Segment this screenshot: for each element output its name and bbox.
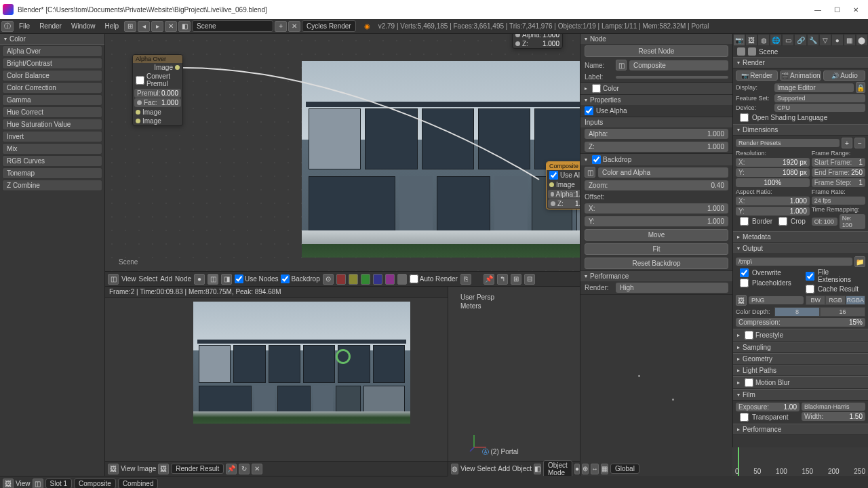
- tab-data[interactable]: ▽: [819, 34, 831, 46]
- menu-window[interactable]: Window: [67, 21, 100, 31]
- slot-selector[interactable]: Slot 1: [45, 479, 73, 488]
- offset-y-field[interactable]: Y:1.000: [585, 216, 728, 226]
- timeline-area[interactable]: 050100150200250: [732, 447, 868, 476]
- scene-del-icon[interactable]: ✕: [288, 21, 300, 32]
- np-node-header[interactable]: ▾Node: [580, 34, 732, 44]
- render-quality-field[interactable]: High: [616, 283, 728, 293]
- node-name-field[interactable]: Composite: [629, 60, 728, 70]
- 3d-viewport[interactable]: User Persp Meters Ⓐ (2) Portal ◍ View Se…: [448, 287, 580, 476]
- reset-node-button[interactable]: Reset Node: [585, 45, 728, 57]
- toolshelf-color-header[interactable]: ▾Color: [0, 34, 104, 45]
- auto-render-toggle[interactable]: Auto Render: [410, 274, 458, 283]
- scene-browse-icon[interactable]: ◧: [178, 21, 191, 32]
- output-path-field[interactable]: /tmp\: [736, 258, 852, 266]
- device-select[interactable]: CPU: [774, 104, 865, 112]
- mode-icon[interactable]: ◧: [534, 464, 541, 474]
- menu-render[interactable]: Render: [35, 21, 66, 31]
- orientation-selector[interactable]: Global: [610, 464, 639, 474]
- dimensions-section[interactable]: ▾Dimensions: [733, 124, 868, 136]
- bd-channel-icon[interactable]: ◫: [585, 167, 595, 178]
- render-section[interactable]: ▾Render: [733, 57, 868, 68]
- render-engine-selector[interactable]: Cycles Render: [302, 20, 356, 32]
- np-performance-header[interactable]: ▾Performance: [580, 271, 732, 281]
- use-nodes-toggle[interactable]: Use Nodes: [235, 274, 278, 283]
- sampling-section[interactable]: ▸Sampling: [733, 342, 868, 353]
- preset-del-icon[interactable]: −: [854, 138, 865, 148]
- channel-y-icon[interactable]: [349, 274, 358, 285]
- audio-button[interactable]: 🔊 Audio: [823, 70, 865, 81]
- lock-ui-icon[interactable]: 🔒: [856, 82, 865, 93]
- animation-button[interactable]: 🎬 Animation: [780, 70, 822, 81]
- tab-modifiers[interactable]: 🔧: [807, 34, 819, 46]
- add-hue-correct[interactable]: Hue Correct: [2, 106, 102, 118]
- node-menu-select[interactable]: Select: [139, 275, 158, 283]
- 3d-menu-view[interactable]: View: [460, 465, 475, 472]
- backdrop-toggle[interactable]: Backdrop: [281, 274, 319, 283]
- pin-icon[interactable]: 📌: [484, 274, 494, 285]
- editor-type-node-icon[interactable]: ◫: [108, 274, 119, 285]
- tab-texture[interactable]: ▦: [844, 34, 856, 46]
- manipulator-icon[interactable]: ↔: [591, 464, 599, 474]
- node-alpha-over[interactable]: Alpha Over Image Convert Premul Premul:0…: [132, 54, 183, 126]
- maximize-button[interactable]: ☐: [827, 2, 846, 17]
- render-result-selector[interactable]: Render Result: [171, 464, 224, 474]
- close-button[interactable]: ✕: [846, 2, 865, 17]
- layer-selector[interactable]: Composite: [74, 479, 116, 488]
- node-composite[interactable]: Composite Use Alpha Image Alpha:1.000 Z:…: [546, 161, 580, 209]
- tab-object[interactable]: ▭: [782, 34, 794, 46]
- scene-add-icon[interactable]: +: [275, 21, 287, 32]
- depth-8[interactable]: 8: [774, 307, 820, 317]
- feature-set-select[interactable]: Supported: [774, 94, 865, 102]
- format-select[interactable]: PNG: [749, 296, 804, 304]
- preset-add-icon[interactable]: +: [842, 138, 852, 148]
- add-tonemap[interactable]: Tonemap: [2, 167, 102, 179]
- tab-material[interactable]: ●: [831, 34, 844, 46]
- format-icon[interactable]: 🖼: [736, 295, 747, 306]
- channel-a-icon[interactable]: [397, 274, 407, 285]
- np-backdrop-header[interactable]: ▾Backdrop: [580, 154, 732, 165]
- node-datablock-icon[interactable]: ◫: [616, 60, 627, 70]
- fit-button[interactable]: Fit: [585, 243, 728, 255]
- z-field[interactable]: Z:1.000: [585, 142, 728, 152]
- aspect-y-field[interactable]: Y:1.000: [736, 207, 810, 216]
- motion-blur-section[interactable]: ▸Motion Blur: [733, 376, 868, 389]
- img-close-icon[interactable]: ✕: [252, 464, 262, 474]
- folder-icon[interactable]: 📁: [854, 256, 865, 267]
- image-canvas[interactable]: [105, 298, 448, 461]
- img-browse-icon[interactable]: 🖼: [158, 464, 169, 474]
- node-viewer-stub[interactable]: Alpha:1.000 Z:1.000: [512, 34, 563, 49]
- alpha-field[interactable]: Alpha:1.000: [585, 129, 728, 139]
- tree-type-compositing-icon[interactable]: ◫: [208, 274, 218, 285]
- channel-b-icon[interactable]: [373, 274, 382, 285]
- editor-type-image-icon[interactable]: 🖼: [108, 464, 119, 474]
- menu-file[interactable]: File: [15, 21, 34, 31]
- pivot-icon[interactable]: ⊕: [582, 464, 589, 474]
- node-menu-view[interactable]: View: [121, 275, 136, 283]
- screen-next-icon[interactable]: ▸: [151, 21, 163, 32]
- add-bright-contrast[interactable]: Bright/Contrast: [2, 58, 102, 69]
- rgba-button[interactable]: RGBA: [846, 296, 865, 305]
- compression-field[interactable]: Compression:15%: [736, 318, 865, 327]
- fileext-check[interactable]: [806, 272, 814, 281]
- node-composite-title[interactable]: Composite: [547, 162, 580, 170]
- end-frame-field[interactable]: End Frame:250: [812, 168, 865, 177]
- tree-type-shader-icon[interactable]: ●: [194, 274, 205, 285]
- crop-check[interactable]: [778, 217, 787, 226]
- channel-g-icon[interactable]: [361, 274, 370, 285]
- remap-old-field[interactable]: Ol: 100: [812, 218, 837, 226]
- np-color-header[interactable]: ▸Color: [580, 83, 732, 94]
- res-x-field[interactable]: X:1920 px: [736, 158, 810, 167]
- pin-prop-icon[interactable]: [737, 47, 745, 56]
- shading-solid-icon[interactable]: ●: [574, 464, 580, 474]
- aspect-x-field[interactable]: X:1.000: [736, 197, 810, 205]
- rgb-button[interactable]: RGB: [825, 296, 845, 305]
- tab-render[interactable]: 📷: [733, 34, 745, 46]
- filter-width-field[interactable]: Width:1.50: [802, 412, 865, 421]
- add-z-combine[interactable]: Z Combine: [2, 180, 102, 191]
- editor-type-icon[interactable]: ⓘ: [1, 21, 14, 32]
- node-label-field[interactable]: [616, 76, 728, 79]
- display-mode-select[interactable]: Image Editor: [774, 83, 854, 92]
- tab-constraints[interactable]: 🔗: [794, 34, 806, 46]
- imgf-view[interactable]: View: [16, 480, 31, 487]
- performance-section[interactable]: ▸Performance: [733, 424, 868, 435]
